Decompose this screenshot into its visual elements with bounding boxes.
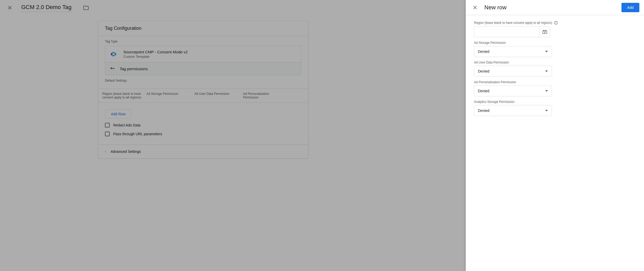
ad-personalization-value: Denied [478, 89, 489, 93]
folder-icon [83, 5, 89, 11]
svg-rect-3 [543, 30, 544, 31]
chevron-down-icon [545, 70, 548, 72]
tag-permissions-label: Tag permissions [120, 67, 148, 71]
redact-ads-label: Redact Ads Data [113, 123, 140, 127]
region-field-label: Region (leave blank to have consent appl… [474, 21, 552, 25]
passthrough-label: Pass through URL parameters [113, 132, 162, 136]
tag-type-subtitle: Custom Template [123, 55, 188, 59]
passthrough-checkbox[interactable] [105, 132, 110, 136]
tag-config-card: Tag Configuration Tag Type Sourcepoint C… [98, 21, 308, 159]
chevron-down-icon [545, 110, 548, 111]
default-settings-table-header: Region (leave blank to have consent appl… [98, 89, 308, 102]
svg-text:?: ? [555, 22, 556, 24]
analytics-storage-value: Denied [478, 109, 489, 113]
ad-personalization-select[interactable]: Denied [474, 85, 552, 96]
add-row-button[interactable]: Add Row [105, 109, 132, 119]
panel-title: New row [484, 4, 621, 11]
close-icon [7, 5, 13, 11]
key-icon [110, 66, 115, 71]
redact-ads-checkbox[interactable] [105, 123, 110, 127]
ad-storage-select[interactable]: Denied [474, 46, 552, 57]
tag-type-box[interactable]: Sourcepoint CMP - Consent Mode v2 Custom… [105, 46, 301, 75]
chevron-down-icon [545, 51, 548, 52]
analytics-storage-select[interactable]: Denied [474, 105, 552, 116]
ad-user-data-value: Denied [478, 69, 489, 73]
th-region: Region (leave blank to have consent appl… [102, 92, 141, 99]
close-panel-button[interactable] [470, 3, 480, 12]
card-title: Tag Configuration [98, 21, 308, 36]
chevron-right-icon [104, 150, 107, 153]
page-header: GCM 2.0 Demo Tag [0, 0, 406, 16]
tag-type-title: Sourcepoint CMP - Consent Mode v2 [123, 50, 188, 54]
variable-picker-button[interactable] [539, 26, 550, 37]
ad-personalization-label: Ad Personalization Permission [474, 80, 516, 84]
tag-type-label: Tag Type [105, 40, 301, 43]
close-icon [472, 5, 478, 10]
chevron-down-icon [545, 90, 548, 92]
tag-name-input[interactable]: GCM 2.0 Demo Tag [21, 4, 72, 12]
advanced-settings-row[interactable]: Advanced Settings [98, 145, 308, 158]
variable-icon [542, 30, 547, 34]
add-button[interactable]: Add [621, 3, 639, 12]
th-ad-user-data: Ad User Data Permission [194, 92, 238, 99]
svg-rect-4 [545, 30, 546, 31]
close-page-button[interactable] [5, 3, 15, 12]
new-row-panel: New row Add Region (leave blank to have … [466, 0, 644, 171]
ad-storage-label: Ad Storage Permission [474, 41, 506, 45]
th-ad-storage: Ad Storage Permission [146, 92, 189, 99]
analytics-storage-label: Analytics Storage Permission [474, 100, 514, 104]
ad-user-data-select[interactable]: Denied [474, 66, 552, 77]
tag-permissions-row[interactable]: Tag permissions [105, 62, 301, 75]
region-input[interactable] [474, 26, 539, 37]
sourcepoint-logo-icon [109, 50, 118, 58]
folder-button[interactable] [81, 3, 91, 12]
ad-user-data-label: Ad User Data Permission [474, 61, 509, 64]
th-ad-personalization: Ad Personalization Permission [243, 92, 282, 99]
help-icon[interactable]: ? [554, 21, 558, 25]
advanced-settings-label: Advanced Settings [111, 149, 141, 154]
ad-storage-value: Denied [478, 49, 489, 54]
default-settings-label: Default Settings [105, 79, 301, 82]
